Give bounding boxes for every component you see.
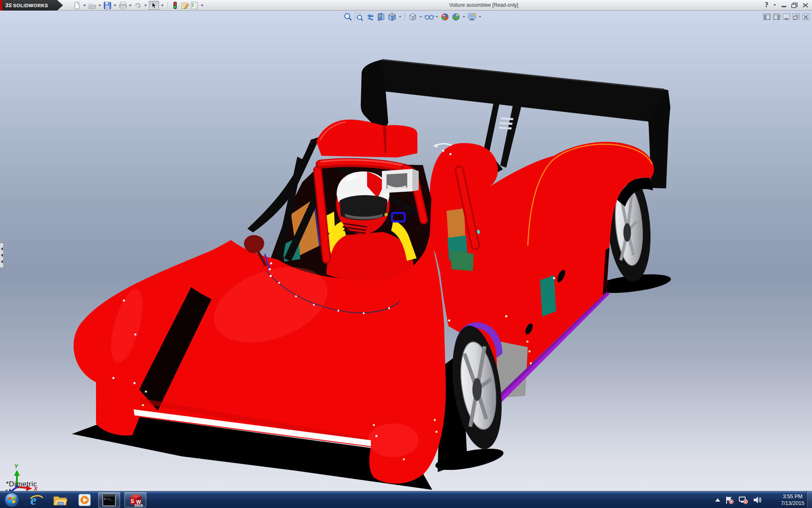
- edit-appearance-icon[interactable]: [440, 12, 450, 22]
- window-controls: ?: [765, 1, 809, 9]
- feature-tree-collapse-tab[interactable]: [0, 243, 4, 268]
- help-dropdown[interactable]: [774, 4, 776, 6]
- apply-scene-icon[interactable]: [451, 12, 461, 22]
- taskbar-media-player[interactable]: [74, 492, 95, 508]
- taskbar-windows-explorer[interactable]: [50, 492, 70, 508]
- solidworks-logo: ЗS SOLIDWORKS: [0, 0, 57, 11]
- svg-text:Y: Y: [14, 463, 19, 469]
- zoom-to-area-icon[interactable]: [354, 12, 364, 22]
- previous-view-icon[interactable]: [365, 12, 375, 22]
- view-orientation-label: *Dimetric: [6, 480, 37, 489]
- zoom-to-fit-icon[interactable]: [343, 12, 353, 22]
- document-window-controls: [763, 14, 809, 20]
- select-dropdown[interactable]: [161, 5, 164, 6]
- new-document-icon[interactable]: [73, 1, 81, 10]
- start-button[interactable]: [3, 492, 21, 508]
- view-orientation-dropdown[interactable]: [399, 16, 401, 18]
- volume-icon[interactable]: [753, 496, 762, 504]
- tray-expand-icon[interactable]: [715, 498, 721, 502]
- solidworks-window: ЗS SOLIDWORKS: [0, 0, 812, 508]
- svg-text:S: S: [131, 498, 134, 504]
- design-checker-dropdown[interactable]: [201, 5, 203, 6]
- driver-helmet: [336, 171, 390, 234]
- print-icon[interactable]: [118, 1, 127, 10]
- headsup-toolbar: [343, 12, 482, 22]
- new-dropdown[interactable]: [83, 5, 86, 6]
- undo-icon[interactable]: [134, 1, 142, 10]
- title-bar: ЗS SOLIDWORKS: [0, 0, 812, 11]
- taskbar: e C:\_: [0, 491, 812, 508]
- rollhoop-fairing: [316, 119, 417, 161]
- brand-notch: [57, 0, 63, 11]
- open-icon[interactable]: [88, 1, 96, 10]
- system-tray: [715, 491, 762, 508]
- restore-button[interactable]: [791, 3, 798, 8]
- brand-text: SOLIDWORKS: [13, 3, 48, 8]
- open-dropdown[interactable]: [99, 5, 101, 6]
- apply-scene-dropdown[interactable]: [463, 16, 465, 18]
- collapse-arrow-icon: [1, 260, 3, 263]
- main-toolbar: [73, 1, 204, 10]
- close-button[interactable]: [802, 3, 809, 8]
- clock-date: 7/13/2015: [781, 500, 804, 507]
- save-icon[interactable]: [103, 1, 112, 10]
- pane-left-icon[interactable]: [763, 14, 771, 20]
- doc-minimize-button[interactable]: [783, 14, 790, 20]
- show-desktop-button[interactable]: [807, 491, 812, 508]
- graphics-viewport[interactable]: Y X Z *Dimetric: [0, 11, 812, 491]
- taskbar-solidworks[interactable]: S W 2015: [124, 492, 146, 508]
- display-style-icon[interactable]: [408, 12, 417, 22]
- taskbar-internet-explorer[interactable]: e: [26, 492, 47, 508]
- section-view-icon[interactable]: [376, 12, 386, 22]
- svg-text:2015: 2015: [134, 503, 143, 508]
- help-icon[interactable]: ?: [765, 1, 768, 9]
- hide-show-items-icon[interactable]: [424, 12, 433, 22]
- design-checker-icon[interactable]: [190, 1, 199, 10]
- view-settings-icon[interactable]: [467, 12, 477, 22]
- collapse-arrow-icon: [1, 247, 3, 251]
- teal-side-panel: [540, 275, 556, 317]
- clock-time: 3:55 PM: [781, 493, 804, 500]
- side-mirror-box: [382, 169, 419, 193]
- brand-red-stripe: [0, 0, 2, 11]
- action-center-flag-icon[interactable]: [725, 496, 734, 504]
- print-dropdown[interactable]: [129, 5, 132, 6]
- brand-glyph: ЗS: [5, 3, 12, 8]
- doc-restore-button[interactable]: [793, 14, 800, 20]
- wing-strut-right: [500, 105, 521, 168]
- document-title: Voiture assomblee [Read-only]: [449, 2, 576, 8]
- select-tool[interactable]: [149, 1, 159, 10]
- svg-text:C:\_: C:\_: [104, 497, 112, 501]
- taskbar-clock[interactable]: 3:55 PM 7/13/2015: [781, 493, 804, 507]
- display-states-icon[interactable]: [171, 1, 179, 10]
- taskbar-command-prompt[interactable]: C:\_: [98, 492, 120, 508]
- car-3d-model[interactable]: [0, 11, 812, 491]
- view-orientation-icon[interactable]: [387, 12, 397, 22]
- toolbar-separator: [167, 2, 168, 9]
- save-dropdown[interactable]: [114, 5, 116, 6]
- minimize-button[interactable]: [781, 3, 787, 8]
- view-settings-dropdown[interactable]: [479, 16, 481, 18]
- collapse-arrow-icon: [1, 254, 3, 257]
- options-icon[interactable]: [181, 1, 189, 10]
- undo-dropdown[interactable]: [144, 5, 147, 6]
- hide-show-dropdown[interactable]: [436, 16, 438, 18]
- pane-right-icon[interactable]: [773, 14, 780, 20]
- doc-close-button[interactable]: [802, 14, 809, 20]
- display-style-dropdown[interactable]: [420, 16, 422, 18]
- svg-text:e: e: [30, 492, 36, 508]
- headsup-separator: [405, 13, 405, 21]
- network-status-icon[interactable]: [738, 496, 749, 504]
